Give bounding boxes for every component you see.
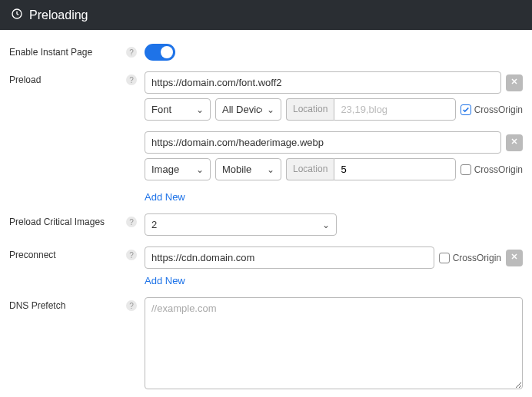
preload-type-select[interactable]: Font ⌄: [145, 98, 211, 121]
instant-page-toggle[interactable]: [145, 44, 175, 61]
instant-page-label: Enable Instant Page: [9, 47, 92, 58]
location-input[interactable]: [334, 98, 455, 121]
chevron-down-icon: ⌄: [196, 164, 204, 175]
chevron-down-icon: ⌄: [267, 164, 274, 175]
remove-button[interactable]: [506, 74, 523, 91]
location-label: Location: [286, 98, 334, 121]
preload-url-input[interactable]: [145, 71, 501, 94]
crossorigin-checkbox[interactable]: CrossOrigin: [461, 164, 523, 175]
preload-device-select[interactable]: All Devices ⌄: [215, 98, 281, 121]
checkbox-icon: [461, 164, 471, 175]
chevron-down-icon: ⌄: [196, 104, 204, 115]
row-critical-images: Preload Critical Images ? 2 ⌄: [9, 213, 523, 236]
remove-button[interactable]: [506, 250, 523, 266]
dns-prefetch-textarea[interactable]: [145, 297, 523, 389]
chevron-down-icon: ⌄: [267, 104, 274, 115]
section-title: Preloading: [29, 8, 88, 22]
preload-type-select[interactable]: Image ⌄: [145, 158, 211, 180]
crossorigin-label: CrossOrigin: [474, 104, 523, 115]
preconnect-label: Preconnect: [9, 250, 56, 260]
crossorigin-checkbox[interactable]: CrossOrigin: [439, 253, 501, 263]
row-instant-page: Enable Instant Page ?: [9, 44, 523, 61]
help-icon[interactable]: ?: [126, 47, 137, 58]
checkbox-icon: [439, 253, 450, 263]
location-label: Location: [286, 158, 334, 180]
add-preconnect-link[interactable]: Add New: [145, 275, 185, 286]
add-preload-link[interactable]: Add New: [145, 191, 185, 203]
row-preload: Preload ? Font ⌄ All Devices ⌄: [9, 71, 523, 203]
close-icon: [510, 77, 519, 88]
checkbox-icon: [461, 104, 471, 115]
preload-device-select[interactable]: Mobile ⌄: [215, 158, 281, 180]
select-value: Font: [151, 104, 171, 115]
crossorigin-checkbox[interactable]: CrossOrigin: [461, 104, 523, 115]
clock-icon: [11, 8, 23, 22]
chevron-down-icon: ⌄: [322, 220, 330, 230]
crossorigin-label: CrossOrigin: [474, 164, 523, 175]
select-value: All Devices: [222, 104, 262, 115]
row-preconnect: Preconnect ? CrossOrigin Add New: [9, 246, 523, 286]
section-header: Preloading: [0, 0, 532, 30]
close-icon: [510, 252, 519, 263]
help-icon[interactable]: ?: [126, 300, 137, 311]
remove-button[interactable]: [506, 134, 523, 151]
critical-images-label: Preload Critical Images: [9, 217, 105, 227]
preload-label: Preload: [9, 74, 41, 85]
select-value: Image: [151, 164, 179, 175]
preload-url-input[interactable]: [145, 131, 501, 154]
help-icon[interactable]: ?: [126, 250, 137, 260]
dns-prefetch-label: DNS Prefetch: [9, 300, 65, 311]
crossorigin-label: CrossOrigin: [453, 253, 501, 263]
critical-images-select[interactable]: 2 ⌄: [145, 213, 337, 236]
help-icon[interactable]: ?: [126, 217, 137, 227]
select-value: Mobile: [222, 164, 251, 175]
select-value: 2: [151, 219, 157, 230]
location-input[interactable]: [334, 158, 455, 180]
row-dns-prefetch: DNS Prefetch ?: [9, 297, 523, 392]
close-icon: [510, 137, 519, 148]
preconnect-url-input[interactable]: [145, 246, 434, 269]
help-icon[interactable]: ?: [126, 74, 137, 85]
